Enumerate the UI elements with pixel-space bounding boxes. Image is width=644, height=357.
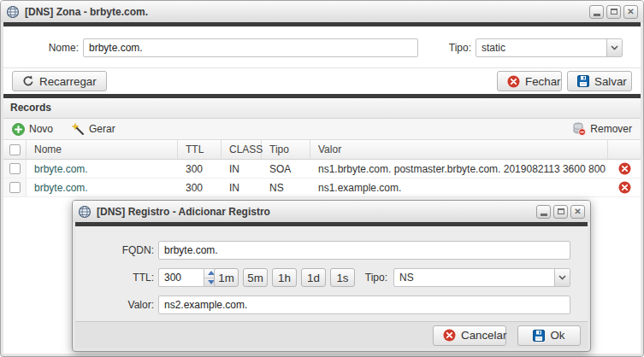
remover-label: Remover (590, 123, 632, 135)
save-floppy-icon (577, 75, 589, 87)
maximize-icon[interactable] (553, 205, 568, 219)
screen: [DNS] Zona - brbyte.com. ✕ Nome: Tipo: s… (0, 0, 644, 357)
record-tipo-label: Tipo: (336, 268, 387, 287)
fqdn-input[interactable] (158, 241, 570, 260)
row-valor: ns1.example.com. (310, 182, 608, 194)
record-tipo-select-value: NS (394, 269, 554, 286)
globe-icon (6, 5, 20, 19)
novo-label: Novo (29, 123, 53, 135)
ttl-stepper (158, 268, 218, 287)
row-class: IN (222, 182, 262, 194)
tipo-select[interactable]: static (476, 38, 623, 57)
zone-form: Nome: Tipo: static Recarregar (3, 26, 641, 94)
records-panel-title: Records (3, 98, 641, 119)
row-checkbox[interactable] (3, 178, 27, 196)
column-header-tipo[interactable]: Tipo (262, 140, 310, 159)
add-record-dialog: [DNS] Registro - Adicionar Registro ✕ FQ… (72, 200, 591, 352)
ok-button[interactable]: Ok (517, 325, 581, 346)
row-tipo: SOA (262, 163, 310, 175)
globe-icon (78, 205, 92, 219)
cancel-circle-icon (443, 329, 456, 342)
cancelar-button[interactable]: Cancelar (433, 325, 506, 346)
valor-label: Valor: (86, 296, 154, 314)
row-checkbox[interactable] (3, 160, 27, 178)
delete-row-icon[interactable] (608, 162, 641, 175)
database-remove-icon (572, 122, 586, 136)
column-header-class[interactable]: CLASS (222, 140, 262, 159)
records-toolbar: Novo Gerar Remover (3, 119, 641, 140)
records-grid-header: Nome TTL CLASS Tipo Valor (3, 140, 641, 160)
gerar-button[interactable]: Gerar (72, 123, 115, 136)
select-all-checkbox[interactable] (3, 140, 27, 159)
nome-input[interactable] (83, 38, 418, 57)
ok-label: Ok (550, 329, 564, 342)
row-nome: brbyte.com. (27, 182, 178, 194)
ttl-preset-1m-button[interactable]: 1m (214, 268, 239, 287)
zone-window-titlebar[interactable]: [DNS] Zona - brbyte.com. ✕ (1, 1, 643, 22)
dialog-actions-bar: Cancelar Ok (75, 321, 588, 348)
add-record-form: FQDN: TTL: 1m 5m 1h 1d 1s Tipo: NS (75, 226, 588, 321)
chevron-down-icon[interactable] (554, 269, 570, 286)
ttl-input[interactable] (158, 268, 204, 287)
zone-window-title: [DNS] Zona - brbyte.com. (25, 6, 587, 18)
add-circle-icon (12, 123, 25, 136)
column-header-valor[interactable]: Valor (310, 140, 608, 159)
recarregar-button[interactable]: Recarregar (12, 71, 107, 91)
cancelar-label: Cancelar (461, 329, 506, 342)
reload-icon (22, 75, 34, 87)
minimize-icon[interactable] (536, 205, 551, 219)
fechar-button[interactable]: Fechar (497, 71, 562, 91)
row-ttl: 300 (178, 163, 222, 175)
chevron-down-icon[interactable] (606, 39, 622, 56)
novo-button[interactable]: Novo (12, 123, 53, 136)
recarregar-label: Recarregar (39, 75, 97, 88)
tipo-select-value: static (476, 39, 606, 56)
gerar-label: Gerar (89, 123, 115, 135)
fechar-label: Fechar (525, 75, 560, 88)
magic-wand-icon (72, 123, 85, 136)
tipo-label: Tipo: (434, 38, 471, 57)
record-tipo-select[interactable]: NS (393, 268, 570, 287)
delete-row-icon[interactable] (608, 181, 641, 194)
salvar-label: Salvar (594, 75, 627, 88)
zone-actions-bar: Recarregar Fechar Salvar (3, 67, 641, 94)
row-nome: brbyte.com. (27, 163, 178, 175)
table-row[interactable]: brbyte.com. 300 IN NS ns1.example.com. (3, 178, 641, 197)
column-header-nome[interactable]: Nome (27, 140, 178, 159)
save-floppy-icon (533, 330, 545, 342)
ttl-preset-5m-button[interactable]: 5m (243, 268, 268, 287)
column-header-actions (608, 140, 641, 159)
close-icon[interactable]: ✕ (623, 5, 638, 19)
maximize-icon[interactable] (606, 5, 621, 19)
close-icon[interactable]: ✕ (570, 205, 585, 219)
row-tipo: NS (262, 182, 310, 194)
row-ttl: 300 (178, 182, 222, 194)
ttl-preset-1d-button[interactable]: 1d (301, 268, 326, 287)
table-row[interactable]: brbyte.com. 300 IN SOA ns1.brbyte.com. p… (3, 160, 641, 178)
row-valor: ns1.brbyte.com. postmaster.brbyte.com. 2… (310, 163, 608, 175)
row-class: IN (222, 163, 262, 175)
ttl-label: TTL: (86, 268, 154, 287)
fqdn-label: FQDN: (86, 241, 154, 260)
column-header-ttl[interactable]: TTL (178, 140, 222, 159)
minimize-icon[interactable] (589, 5, 604, 19)
dialog-title: [DNS] Registro - Adicionar Registro (97, 206, 534, 218)
salvar-button[interactable]: Salvar (567, 71, 632, 91)
nome-label: Nome: (16, 38, 79, 57)
ttl-preset-1h-button[interactable]: 1h (272, 268, 297, 287)
remover-button[interactable]: Remover (572, 122, 632, 136)
dialog-titlebar[interactable]: [DNS] Registro - Adicionar Registro ✕ (73, 201, 590, 222)
close-circle-icon (507, 75, 520, 88)
valor-input[interactable] (158, 296, 570, 314)
